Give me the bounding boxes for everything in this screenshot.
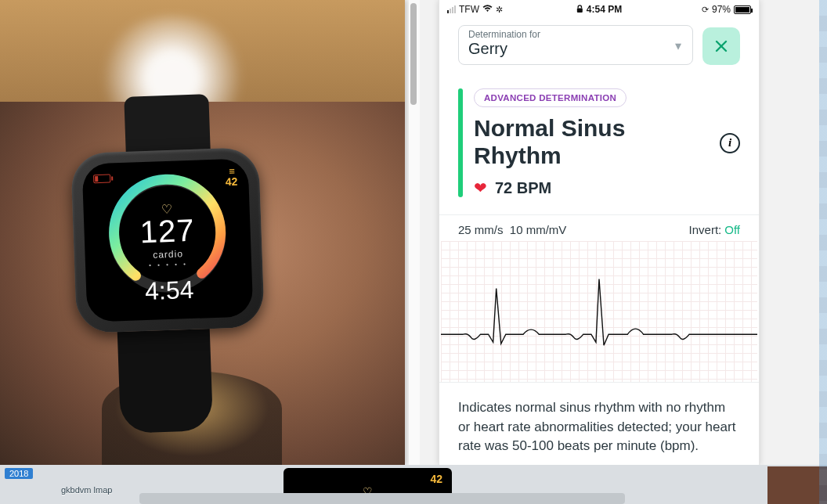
invert-toggle[interactable]: Invert:Off: [689, 223, 740, 236]
info-button[interactable]: i: [720, 133, 740, 153]
phone-screenshot: TFW ✲ 4:54 PM ⟳ 97% Determination for: [439, 0, 760, 465]
battery-icon: [734, 5, 751, 14]
watch-time: 4:54: [86, 273, 253, 308]
scrollbar-thumb[interactable]: [410, 3, 417, 105]
select-label: Determination for: [468, 29, 683, 40]
status-bar: TFW ✲ 4:54 PM ⟳ 97%: [439, 0, 759, 20]
smartwatch: ≡ 42: [58, 142, 273, 377]
ecg-section: 25 mm/s 10 mm/mV Invert:Off: [439, 214, 759, 383]
ecg-speed: 25 mm/s: [458, 223, 504, 236]
signal-icon: [447, 5, 456, 13]
close-button[interactable]: [702, 27, 740, 65]
ecg-gain: 10 mm/mV: [510, 223, 567, 236]
heart-rate-value: 127: [84, 211, 251, 251]
activity-icon: ✲: [496, 5, 503, 15]
thumb-steps: 42: [430, 473, 442, 485]
watch-band-bottom: [117, 329, 213, 434]
wifi-icon: [482, 4, 493, 15]
invert-value: Off: [724, 223, 740, 236]
desktop-file-label: gkbdvm lmap: [61, 485, 112, 495]
status-time: 4:54 PM: [587, 4, 622, 15]
orientation-lock-icon: ⟳: [702, 5, 709, 15]
invert-label: Invert:: [689, 223, 722, 236]
thumbnail-wrist[interactable]: [767, 466, 827, 504]
diagnosis-description: Indicates normal sinus rhythm with no rh…: [439, 383, 759, 456]
advanced-determination-badge: ADVANCED DETERMINATION: [474, 88, 627, 107]
determination-select[interactable]: Determination for Gerry ▾: [458, 25, 693, 65]
status-accent-bar: [458, 88, 463, 197]
select-value: Gerry: [468, 40, 683, 58]
result-card: ADVANCED DETERMINATION Normal Sinus Rhyt…: [439, 74, 759, 208]
lock-icon: [576, 5, 583, 15]
year-badge: 2018: [5, 468, 33, 479]
ecg-trace[interactable]: [441, 241, 757, 382]
chevron-down-icon: ▾: [675, 38, 681, 53]
watch-case: ≡ 42: [70, 147, 265, 333]
svg-rect-1: [577, 8, 583, 13]
smartwatch-photo: ≡ 42: [0, 0, 405, 465]
bpm-value: 72 BPM: [495, 179, 551, 197]
battery-percent: 97%: [712, 4, 731, 15]
watch-screen: ≡ 42: [82, 158, 254, 322]
carrier-label: TFW: [459, 4, 479, 15]
scrollbar[interactable]: [409, 0, 420, 465]
window-edge: [819, 0, 827, 504]
horizontal-scrollbar[interactable]: [139, 493, 625, 504]
diagnosis-title: Normal Sinus Rhythm: [474, 115, 706, 169]
heart-icon: ❤: [474, 178, 487, 197]
close-icon: [713, 38, 729, 54]
